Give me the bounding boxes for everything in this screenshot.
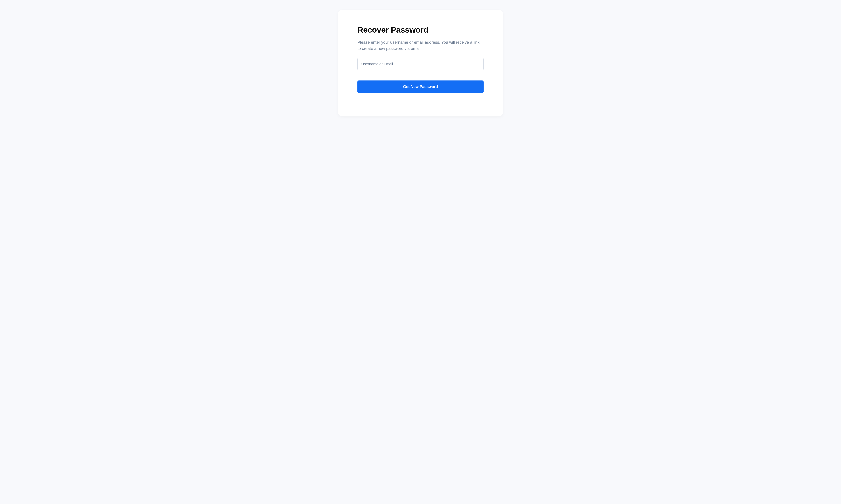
username-email-input[interactable] <box>357 58 484 70</box>
page-title: Recover Password <box>357 25 484 34</box>
get-new-password-button[interactable]: Get New Password <box>357 80 484 93</box>
page-subtitle: Please enter your username or email addr… <box>357 39 484 52</box>
recover-password-card: Recover Password Please enter your usern… <box>338 10 503 116</box>
